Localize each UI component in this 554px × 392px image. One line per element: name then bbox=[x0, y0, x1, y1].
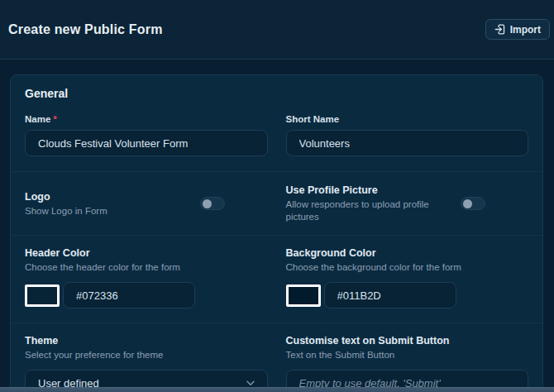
submit-text-label: Customise text on Submit Button bbox=[286, 334, 529, 347]
logo-texts: Logo Show Logo in Form bbox=[25, 190, 107, 218]
header-color-swatch[interactable] bbox=[25, 284, 60, 307]
section-title-general: General bbox=[25, 87, 528, 100]
name-row: Name* Short Name bbox=[25, 114, 528, 156]
theme-submit-row: Theme Select your preference for theme U… bbox=[11, 323, 542, 392]
page-header: Create new Public Form Import bbox=[0, 0, 554, 60]
profile-picture-setting: Use Profile Picture Allow responders to … bbox=[286, 184, 529, 223]
import-icon bbox=[494, 24, 505, 35]
profile-picture-toggle[interactable] bbox=[461, 197, 485, 210]
header-color-setting: Header Color Choose the header color for… bbox=[25, 246, 268, 308]
short-name-input[interactable] bbox=[286, 130, 529, 156]
page-title: Create new Public Form bbox=[8, 22, 163, 37]
background-color-description: Choose the background color for the form bbox=[286, 261, 529, 274]
name-label: Name* bbox=[25, 114, 268, 125]
import-button[interactable]: Import bbox=[485, 19, 550, 40]
theme-label: Theme bbox=[25, 334, 268, 347]
background-color-setting: Background Color Choose the background c… bbox=[286, 246, 529, 308]
toggles-row: Logo Show Logo in Form Use Profile Pictu… bbox=[11, 172, 542, 235]
theme-description: Select your preference for theme bbox=[25, 349, 268, 361]
logo-toggle[interactable] bbox=[200, 197, 225, 210]
background-color-label: Background Color bbox=[286, 246, 529, 260]
profile-picture-description: Allow responders to upload profile pictu… bbox=[286, 198, 461, 223]
toggle-knob bbox=[203, 199, 212, 208]
header-color-input[interactable] bbox=[63, 282, 195, 308]
background-color-controls bbox=[286, 282, 529, 308]
short-name-label: Short Name bbox=[286, 114, 529, 125]
header-color-controls bbox=[25, 282, 268, 308]
required-asterisk: * bbox=[53, 114, 56, 124]
theme-setting: Theme Select your preference for theme U… bbox=[25, 334, 268, 392]
submit-text-description: Text on the Submit Button bbox=[286, 349, 529, 361]
colors-row: Header Color Choose the header color for… bbox=[11, 236, 542, 323]
name-field-group: Name* bbox=[25, 114, 268, 156]
toggle-knob bbox=[463, 199, 472, 208]
name-input[interactable] bbox=[25, 130, 268, 156]
logo-label: Logo bbox=[25, 190, 107, 203]
logo-setting: Logo Show Logo in Form bbox=[25, 184, 268, 223]
profile-picture-label: Use Profile Picture bbox=[286, 184, 461, 197]
bottom-divider bbox=[0, 387, 554, 392]
general-card: General Name* Short Name Logo Show Logo … bbox=[10, 74, 543, 392]
create-public-form-page: Create new Public Form Import General Na… bbox=[0, 0, 554, 392]
background-color-swatch[interactable] bbox=[286, 284, 321, 307]
header-color-description: Choose the header color for the form bbox=[25, 261, 268, 274]
header-color-label: Header Color bbox=[25, 246, 268, 260]
submit-text-setting: Customise text on Submit Button Text on … bbox=[286, 334, 529, 392]
short-name-field-group: Short Name bbox=[286, 114, 529, 156]
profile-picture-texts: Use Profile Picture Allow responders to … bbox=[286, 184, 461, 223]
background-color-input[interactable] bbox=[324, 282, 456, 308]
logo-description: Show Logo in Form bbox=[25, 205, 107, 218]
import-button-label: Import bbox=[510, 24, 541, 36]
